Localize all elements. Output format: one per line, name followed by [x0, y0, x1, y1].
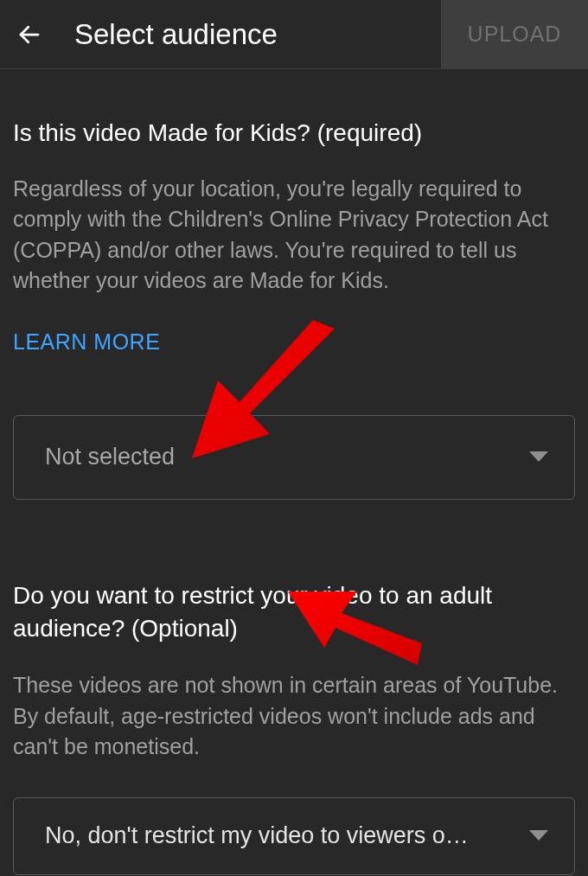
chevron-down-icon	[529, 830, 548, 842]
made-for-kids-dropdown-value: Not selected	[45, 444, 519, 470]
upload-button[interactable]: UPLOAD	[441, 0, 588, 69]
svg-marker-2	[529, 830, 548, 841]
made-for-kids-description: Regardless of your location, you're lega…	[13, 174, 575, 297]
chevron-down-icon	[529, 451, 548, 464]
made-for-kids-heading: Is this video Made for Kids? (required)	[13, 117, 575, 150]
back-button[interactable]	[9, 14, 50, 55]
arrow-left-icon	[16, 22, 42, 48]
age-restrict-description: These videos are not shown in certain ar…	[13, 670, 575, 763]
age-restrict-dropdown-value: No, don't restrict my video to viewers o…	[45, 822, 519, 849]
content-area: Is this video Made for Kids? (required) …	[0, 69, 588, 875]
page-title: Select audience	[74, 18, 441, 51]
made-for-kids-dropdown[interactable]: Not selected	[13, 415, 575, 500]
age-restrict-heading: Do you want to restrict your video to an…	[13, 579, 575, 645]
learn-more-link[interactable]: LEARN MORE	[13, 329, 160, 355]
svg-marker-1	[529, 451, 548, 462]
header: Select audience UPLOAD	[0, 0, 588, 69]
age-restrict-dropdown[interactable]: No, don't restrict my video to viewers o…	[13, 797, 575, 875]
